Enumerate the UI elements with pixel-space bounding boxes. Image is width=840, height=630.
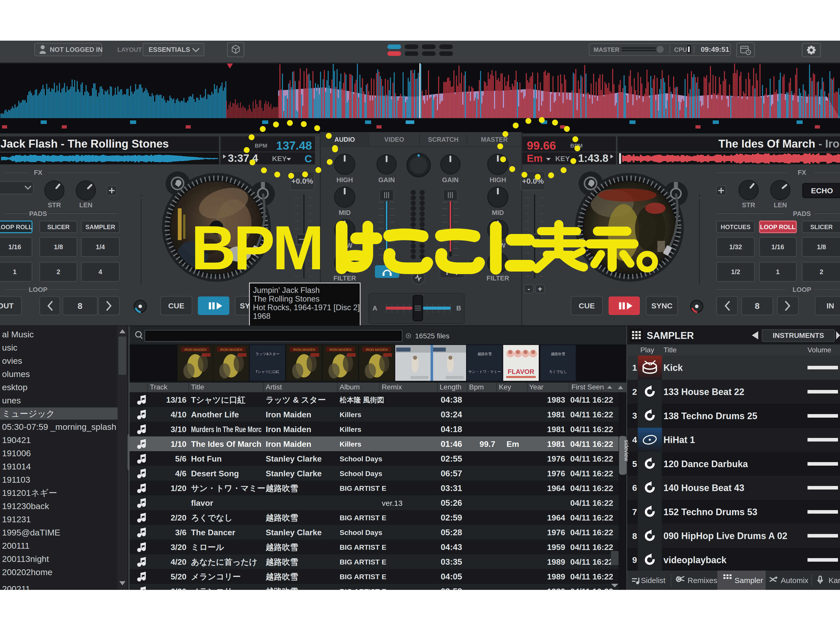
svg-text:05:30-07:59 _morning_splash: 05:30-07:59 _morning_splash xyxy=(2,422,116,432)
svg-text:1: 1 xyxy=(776,268,780,276)
svg-text:Murders In The Rue Morc: Murders In The Rue Morc xyxy=(191,425,262,434)
svg-text:Jumpin' Jack Flash: Jumpin' Jack Flash xyxy=(253,286,320,295)
svg-text:99.7: 99.7 xyxy=(480,439,495,448)
svg-text:06:57: 06:57 xyxy=(441,469,462,478)
svg-text:1/2: 1/2 xyxy=(731,268,740,276)
svg-text:3/10: 3/10 xyxy=(171,425,186,434)
svg-text:140 House Beat 43: 140 House Beat 43 xyxy=(663,483,744,493)
svg-text:133 House Beat 22: 133 House Beat 22 xyxy=(663,387,744,397)
svg-text:04:18: 04:18 xyxy=(441,425,462,434)
svg-text:videoplayback: videoplayback xyxy=(663,555,727,565)
svg-text:サン・トワ・マミー: サン・トワ・マミー xyxy=(468,369,501,374)
svg-text:CUE: CUE xyxy=(168,302,184,310)
svg-text:HIGH: HIGH xyxy=(490,176,506,184)
svg-text:IRON MAIDEN: IRON MAIDEN xyxy=(220,348,242,352)
svg-text:1964: 1964 xyxy=(547,484,565,493)
svg-text:2: 2 xyxy=(57,268,60,276)
svg-text:あなたに首ったけ: あなたに首ったけ xyxy=(191,557,257,567)
svg-text:5: 5 xyxy=(632,459,637,469)
svg-text:flavor: flavor xyxy=(191,498,213,508)
svg-text:B: B xyxy=(456,304,461,312)
svg-text:1968: 1968 xyxy=(253,312,270,321)
svg-text:usic: usic xyxy=(2,343,17,352)
svg-text:Killers: Killers xyxy=(339,425,362,433)
svg-text:SLICER: SLICER xyxy=(810,224,833,231)
svg-text:ろくでなし: ろくでなし xyxy=(191,513,233,522)
svg-text:The Dancer: The Dancer xyxy=(191,528,235,537)
svg-text:1: 1 xyxy=(13,268,16,276)
svg-text:Artist: Artist xyxy=(266,383,282,391)
svg-text:Stanley Clarke: Stanley Clarke xyxy=(266,528,322,537)
svg-text:04/11 16:22: 04/11 16:22 xyxy=(570,484,613,493)
svg-text:Karaoke: Karaoke xyxy=(829,576,840,584)
svg-text:LEN: LEN xyxy=(774,201,787,209)
svg-text:04/11 16:22: 04/11 16:22 xyxy=(570,543,613,552)
svg-text:191014: 191014 xyxy=(2,461,31,471)
svg-text:Year: Year xyxy=(529,383,543,391)
svg-text:ラッツ&スター: ラッツ&スター xyxy=(256,352,279,356)
svg-text:越路吹雪: 越路吹雪 xyxy=(265,557,298,567)
svg-text:FX: FX xyxy=(34,169,43,176)
svg-text:03:24: 03:24 xyxy=(441,410,462,419)
svg-text:13/16: 13/16 xyxy=(166,395,186,404)
svg-text:GAIN: GAIN xyxy=(442,176,459,184)
svg-text:サン・トワ・マミー: サン・トワ・マミー xyxy=(191,484,265,493)
svg-text:IRON MAIDEN: IRON MAIDEN xyxy=(293,348,315,352)
svg-text:越路吹雪: 越路吹雪 xyxy=(265,513,298,522)
svg-text:+0.0%: +0.0% xyxy=(291,177,313,185)
svg-text:BIG ARTIST E: BIG ARTIST E xyxy=(339,558,386,566)
svg-text:2: 2 xyxy=(632,387,637,396)
svg-text:KEY: KEY xyxy=(555,155,570,163)
svg-text:02:59: 02:59 xyxy=(441,513,462,522)
svg-text:Desert Song: Desert Song xyxy=(191,469,239,478)
svg-text:IRON MAIDEN: IRON MAIDEN xyxy=(366,348,388,352)
svg-text:04/11 16:22: 04/11 16:22 xyxy=(570,572,613,581)
svg-text:Play: Play xyxy=(640,346,654,354)
svg-text:1/16: 1/16 xyxy=(8,243,21,251)
svg-text:04/11 16:22: 04/11 16:22 xyxy=(570,498,613,508)
svg-text:IRON MAIDEN: IRON MAIDEN xyxy=(330,348,352,352)
svg-text:Stanley Clarke: Stanley Clarke xyxy=(266,469,322,478)
svg-text:-: - xyxy=(527,285,530,293)
svg-text:SAMPLER: SAMPLER xyxy=(85,224,115,231)
svg-text:Iron Maiden: Iron Maiden xyxy=(266,425,311,434)
svg-text:越路吹雪: 越路吹雪 xyxy=(551,352,565,356)
svg-text:191006: 191006 xyxy=(2,448,31,458)
svg-text:esktop: esktop xyxy=(2,382,27,392)
svg-text:04/11 16:22: 04/11 16:22 xyxy=(570,528,613,537)
svg-text:Jack Flash - The Rolling Stone: Jack Flash - The Rolling Stones xyxy=(0,137,169,150)
svg-text:FILTER: FILTER xyxy=(333,274,356,282)
svg-text:Sidelist: Sidelist xyxy=(641,576,665,584)
svg-text:Em: Em xyxy=(527,153,543,164)
svg-text:1:43.8: 1:43.8 xyxy=(578,152,608,164)
svg-text:sideview: sideview xyxy=(623,440,630,461)
svg-text:3: 3 xyxy=(632,411,637,420)
svg-text:200111: 200111 xyxy=(2,541,30,551)
svg-text:ver.13: ver.13 xyxy=(382,499,403,507)
svg-text:4: 4 xyxy=(632,435,637,445)
svg-text:152 Techno Drums 53: 152 Techno Drums 53 xyxy=(663,507,757,517)
svg-text:MID: MID xyxy=(492,209,504,216)
svg-text:090 HipHop Live Drums A 02: 090 HipHop Live Drums A 02 xyxy=(663,531,787,541)
svg-text:1989: 1989 xyxy=(547,557,565,567)
svg-text:al Music: al Music xyxy=(2,330,34,339)
svg-text:1/8: 1/8 xyxy=(817,243,826,251)
svg-text:CUE: CUE xyxy=(579,302,595,310)
svg-text:ラッツ & スター: ラッツ & スター xyxy=(266,395,326,404)
svg-text:STR: STR xyxy=(742,201,755,209)
svg-text:AUDIO: AUDIO xyxy=(335,136,355,143)
svg-text:1983: 1983 xyxy=(547,395,565,404)
svg-text:04/11 16:22: 04/11 16:22 xyxy=(570,425,613,434)
svg-text:Automix: Automix xyxy=(781,576,808,584)
svg-text:1/10: 1/10 xyxy=(171,439,186,448)
svg-text:Bpm: Bpm xyxy=(469,383,484,391)
svg-text:8: 8 xyxy=(632,531,637,541)
svg-text:A: A xyxy=(373,304,377,312)
svg-text:MASTER: MASTER xyxy=(594,46,619,53)
svg-text:1: 1 xyxy=(632,363,637,373)
svg-text:ECHO: ECHO xyxy=(811,186,833,195)
svg-text:Hot Rocks, 1964-1971 [Disc 2]: Hot Rocks, 1964-1971 [Disc 2] xyxy=(253,303,360,312)
svg-text:1964: 1964 xyxy=(547,513,565,522)
svg-text:120 Dance Darbuka: 120 Dance Darbuka xyxy=(663,459,748,469)
svg-text:The Rolling Stones: The Rolling Stones xyxy=(253,294,319,303)
